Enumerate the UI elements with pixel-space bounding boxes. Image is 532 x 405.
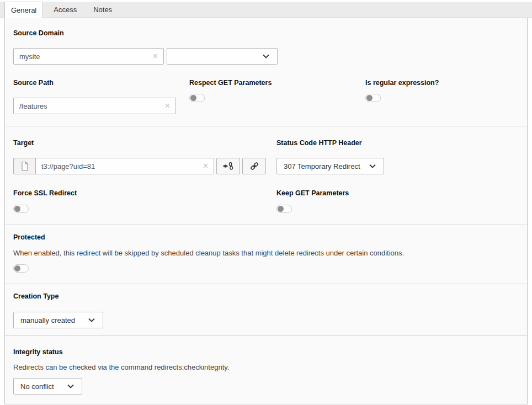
source-path-label: Source Path — [13, 79, 189, 87]
tab-notes[interactable]: Notes — [87, 2, 118, 18]
respect-get-parameters-label: Respect GET Parameters — [189, 79, 365, 87]
section-creation-type: Creation Type manually created — [5, 284, 527, 335]
target-input[interactable] — [36, 158, 201, 174]
preview-link-button[interactable] — [216, 158, 240, 174]
status-code-select[interactable]: 307 Temporary Redirect — [276, 158, 384, 174]
link-icon — [249, 161, 259, 171]
is-regular-expression-label: Is regular expression? — [365, 79, 519, 87]
creation-type-label: Creation Type — [13, 292, 519, 301]
protected-label: Protected — [13, 233, 519, 242]
status-code-group: Status Code HTTP Header 307 Temporary Re… — [276, 139, 519, 174]
keep-get-parameters-group: Keep GET Parameters — [276, 189, 519, 213]
keep-get-parameters-label: Keep GET Parameters — [276, 189, 519, 198]
clear-icon[interactable]: × — [151, 52, 163, 61]
chevron-down-icon — [66, 382, 75, 391]
force-ssl-label: Force SSL Redirect — [13, 189, 276, 198]
chevron-down-icon — [368, 162, 377, 170]
target-field: × — [35, 158, 214, 174]
integrity-status-description: Redirects can be checked via the command… — [13, 363, 519, 371]
clear-icon[interactable]: × — [201, 162, 214, 170]
source-path-field: × — [13, 98, 176, 114]
source-path-input[interactable] — [14, 98, 163, 114]
respect-get-parameters-toggle[interactable] — [189, 94, 205, 102]
section-protected: Protected When enabled, this redirect wi… — [5, 225, 527, 284]
source-domain-field: × — [13, 48, 164, 65]
target-type-prefix — [13, 158, 35, 174]
tab-bar: General Access Notes — [0, 2, 532, 18]
status-code-select-value: 307 Temporary Redirect — [284, 162, 360, 170]
integrity-status-select-value: No conflict — [20, 382, 54, 391]
force-ssl-group: Force SSL Redirect — [13, 189, 276, 213]
chevron-down-icon — [87, 316, 96, 324]
page-document-icon — [20, 161, 29, 171]
source-path-field-group: Source Path × — [13, 79, 189, 114]
integrity-status-select[interactable]: No conflict — [13, 378, 82, 395]
section-target: Target × — [5, 126, 527, 225]
respect-get-parameters-group: Respect GET Parameters — [189, 79, 365, 114]
source-domain-input[interactable] — [14, 49, 151, 64]
creation-type-select-value: manually created — [20, 316, 75, 324]
integrity-status-label: Integrity status — [13, 348, 519, 356]
eye-link-icon — [223, 161, 233, 171]
section-source: Source Domain × Source Path — [5, 18, 527, 126]
redirect-edit-form: General Access Notes Source Domain × — [0, 0, 532, 405]
is-regular-expression-group: Is regular expression? — [365, 79, 519, 114]
tab-access[interactable]: Access — [47, 2, 83, 18]
is-regular-expression-toggle[interactable] — [365, 94, 381, 102]
target-label: Target — [13, 139, 276, 147]
link-browser-button[interactable] — [242, 158, 266, 174]
status-code-label: Status Code HTTP Header — [276, 139, 519, 147]
force-ssl-toggle[interactable] — [13, 205, 29, 213]
protected-toggle[interactable] — [13, 264, 29, 273]
clear-icon[interactable]: × — [163, 102, 175, 110]
creation-type-select[interactable]: manually created — [13, 312, 103, 328]
chevron-down-icon — [262, 52, 270, 61]
keep-get-parameters-toggle[interactable] — [276, 205, 292, 213]
source-domain-select[interactable] — [167, 48, 278, 65]
section-integrity-status: Integrity status Redirects can be checke… — [5, 335, 527, 404]
protected-description: When enabled, this redirect will be skip… — [13, 249, 519, 257]
tab-general[interactable]: General — [4, 2, 43, 18]
target-field-group: Target × — [13, 139, 276, 174]
source-domain-label: Source Domain — [13, 29, 519, 38]
tab-content-panel: Source Domain × Source Path — [4, 18, 528, 404]
